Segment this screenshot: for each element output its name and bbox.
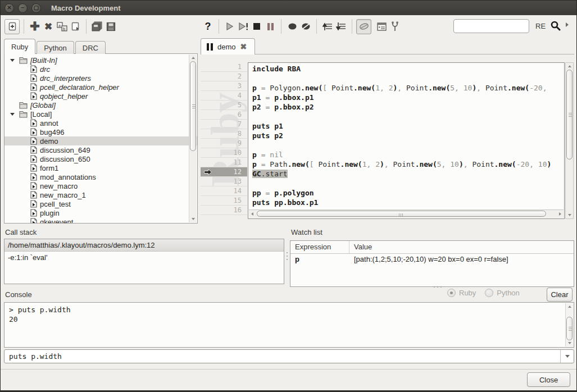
code-line-10[interactable]: p = nil xyxy=(248,150,564,159)
rename-macro-button[interactable]: a b xyxy=(55,19,69,34)
code-line-7[interactable]: puts p1 xyxy=(248,121,564,131)
run-from-current-button[interactable] xyxy=(237,19,250,34)
search-next-icon[interactable] xyxy=(566,22,569,27)
tab-close-icon[interactable]: ✖ xyxy=(240,42,247,51)
scroll-right-icon[interactable] xyxy=(559,212,561,216)
code-line-12[interactable]: GC.start xyxy=(248,169,564,179)
code-line-3[interactable]: p = Polygon.new([ Point.new(1, 2), Point… xyxy=(248,83,564,93)
tab-ruby[interactable]: Ruby xyxy=(4,39,35,54)
watch-list-table[interactable]: Expression Value p[path:(1,2;5,10;-20,10… xyxy=(290,240,574,287)
code-line-15[interactable]: puts pp.bbox.p1 xyxy=(248,198,564,207)
tree-scrollbar[interactable] xyxy=(189,54,197,222)
code-line-11[interactable]: p = Path.new([ Point.new(1, 2), Point.ne… xyxy=(248,159,564,169)
help-button[interactable]: ? xyxy=(201,19,215,34)
scroll-up-icon[interactable] xyxy=(192,57,195,59)
tree-item-pcell_declaration_helper[interactable]: pcell_declaration_helper xyxy=(4,83,197,92)
expander-icon[interactable] xyxy=(10,113,15,116)
step-over-button[interactable] xyxy=(321,19,334,34)
save-all-button[interactable] xyxy=(90,19,104,34)
setup-button[interactable] xyxy=(388,19,402,34)
code-line-5[interactable]: p2 = p.bbox.p2 xyxy=(248,102,564,112)
close-button[interactable]: Close xyxy=(527,372,570,387)
console-input-combo[interactable]: puts p.width xyxy=(4,349,574,363)
scroll-down-icon[interactable] xyxy=(568,214,571,216)
save-button[interactable] xyxy=(104,19,117,34)
tree-item-demo[interactable]: demo xyxy=(4,136,197,145)
code-line-8[interactable]: puts p2 xyxy=(248,131,564,140)
tree-item-qkevevent[interactable]: qkevevent xyxy=(4,217,197,224)
breakpoint-button[interactable] xyxy=(285,19,299,34)
pause-button[interactable] xyxy=(263,19,277,34)
gutter-line-10[interactable]: 10 xyxy=(201,148,247,158)
horizontal-splitter[interactable] xyxy=(434,286,442,288)
tree-item-global[interactable]: [Global] xyxy=(4,101,197,110)
scroll-down-icon[interactable] xyxy=(192,218,195,220)
ruby-interpreter-toggle[interactable] xyxy=(356,19,371,34)
editor-gutter[interactable]: Ruby 12345678910111213141516 xyxy=(201,62,247,219)
step-into-button[interactable] xyxy=(334,19,348,34)
window-maximize-button[interactable]: ▢ xyxy=(31,3,41,13)
tree-item-discussion_650[interactable]: discussion_650 xyxy=(4,154,197,163)
console-input-value[interactable]: puts p.width xyxy=(4,352,560,361)
vertical-splitter[interactable] xyxy=(286,250,288,265)
window-close-button[interactable]: ✕ xyxy=(4,3,14,13)
column-expression[interactable]: Expression xyxy=(290,241,349,253)
expander-icon[interactable] xyxy=(10,59,15,62)
scroll-down-icon[interactable] xyxy=(568,342,571,344)
code-line-9[interactable] xyxy=(248,140,564,150)
tree-item-mod_annotations[interactable]: mod_annotations xyxy=(4,172,197,181)
radio-python[interactable]: Python xyxy=(485,289,519,297)
gutter-line-13[interactable]: 13 xyxy=(201,177,247,186)
radio-ruby[interactable]: Ruby xyxy=(447,289,476,297)
watch-row[interactable]: p[path:(1,2;5,10;-20,10) w=20 bx=0 ex=0 … xyxy=(290,254,574,266)
tree-item-new_macro_1[interactable]: new_macro_1 xyxy=(4,190,197,199)
call-stack-item[interactable]: /home/matthias/.klayout/macros/demo.lym:… xyxy=(4,239,284,252)
gutter-line-5[interactable]: 5 xyxy=(201,101,247,110)
code-line-13[interactable] xyxy=(248,179,564,188)
gutter-line-8[interactable]: 8 xyxy=(201,129,247,139)
search-input[interactable] xyxy=(453,19,529,33)
tree-item-bug496[interactable]: bug496 xyxy=(4,127,197,136)
scroll-up-icon[interactable] xyxy=(568,306,571,308)
column-value[interactable]: Value xyxy=(349,241,376,253)
tree-item-pcell_test[interactable]: pcell_test xyxy=(4,199,197,208)
gutter-line-3[interactable]: 3 xyxy=(201,81,247,91)
console-output[interactable]: > puts p.width20 xyxy=(4,302,574,348)
search-button[interactable] xyxy=(550,20,561,31)
regex-toggle[interactable]: RE xyxy=(535,22,546,30)
run-button[interactable] xyxy=(223,19,237,34)
tree-item-plugin[interactable]: plugin xyxy=(4,208,197,217)
gutter-line-2[interactable]: 2 xyxy=(201,72,247,81)
import-macro-button[interactable] xyxy=(69,19,82,34)
call-stack-item[interactable]: -e:1:in `eval' xyxy=(4,252,284,264)
editor-vscrollbar[interactable] xyxy=(565,62,574,219)
combo-dropdown-button[interactable] xyxy=(560,350,574,363)
scroll-up-icon[interactable] xyxy=(568,65,571,67)
gutter-line-4[interactable]: 4 xyxy=(201,91,247,101)
code-line-2[interactable] xyxy=(248,74,564,83)
tab-demo[interactable]: demo ✖ xyxy=(201,38,255,54)
tree-item-built-in[interactable]: [Built-In] xyxy=(4,56,197,65)
clear-breakpoints-button[interactable] xyxy=(299,19,312,34)
macro-properties-button[interactable] xyxy=(375,19,388,34)
tab-drc[interactable]: DRC xyxy=(75,41,106,54)
tree-item-form1[interactable]: form1 xyxy=(4,163,197,172)
scroll-left-icon[interactable] xyxy=(251,212,253,216)
gutter-line-16[interactable]: 16 xyxy=(201,206,247,215)
gutter-line-6[interactable]: 6 xyxy=(201,110,247,120)
stop-button[interactable] xyxy=(250,19,263,34)
tree-item-new_macro[interactable]: new_macro xyxy=(4,181,197,190)
window-minimize-button[interactable]: − xyxy=(18,3,28,13)
tree-item-drc_interpreters[interactable]: drc_interpreters xyxy=(4,74,197,83)
gutter-line-11[interactable]: 11 xyxy=(201,158,247,167)
console-scrollbar[interactable] xyxy=(565,303,573,347)
tree-item-annot[interactable]: annot xyxy=(4,118,197,127)
code-line-4[interactable]: p1 = p.bbox.p1 xyxy=(248,93,564,102)
tree-item-qobject_helper[interactable]: qobject_helper xyxy=(4,92,197,101)
editor-hscrollbar[interactable] xyxy=(249,209,564,218)
call-stack-list[interactable]: /home/matthias/.klayout/macros/demo.lym:… xyxy=(4,239,284,284)
delete-macro-button[interactable]: ✖ xyxy=(42,19,55,34)
gutter-line-12[interactable]: 12 xyxy=(201,167,247,177)
gutter-line-14[interactable]: 14 xyxy=(201,186,247,196)
code-line-1[interactable]: include RBA xyxy=(248,64,564,74)
